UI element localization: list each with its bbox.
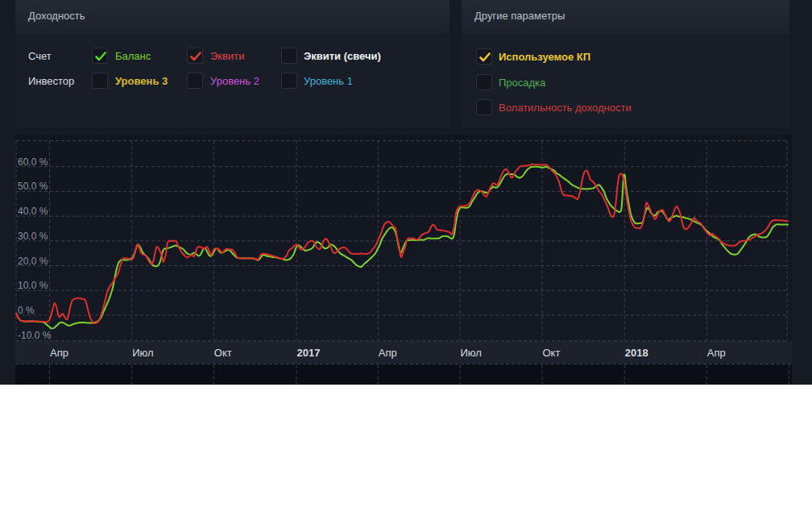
svg-text:50.0 %: 50.0 % xyxy=(18,181,48,192)
svg-text:0 %: 0 % xyxy=(18,305,35,316)
svg-text:-10.0 %: -10.0 % xyxy=(18,330,52,341)
svg-text:40.0 %: 40.0 % xyxy=(18,206,48,217)
svg-text:Июл: Июл xyxy=(461,347,482,359)
svg-text:60.0 %: 60.0 % xyxy=(18,156,48,168)
svg-text:Апр: Апр xyxy=(379,347,397,359)
svg-text:Окт: Окт xyxy=(543,347,561,359)
svg-text:Апр: Апр xyxy=(50,347,68,359)
svg-text:10.0 %: 10.0 % xyxy=(18,280,48,291)
svg-text:2017: 2017 xyxy=(297,347,321,359)
svg-text:20.0 %: 20.0 % xyxy=(18,256,48,267)
svg-text:Июл: Июл xyxy=(132,347,153,359)
svg-text:Окт: Окт xyxy=(214,347,232,359)
svg-text:30.0 %: 30.0 % xyxy=(18,231,48,242)
svg-text:2018: 2018 xyxy=(625,347,648,359)
svg-text:Апр: Апр xyxy=(707,347,726,359)
